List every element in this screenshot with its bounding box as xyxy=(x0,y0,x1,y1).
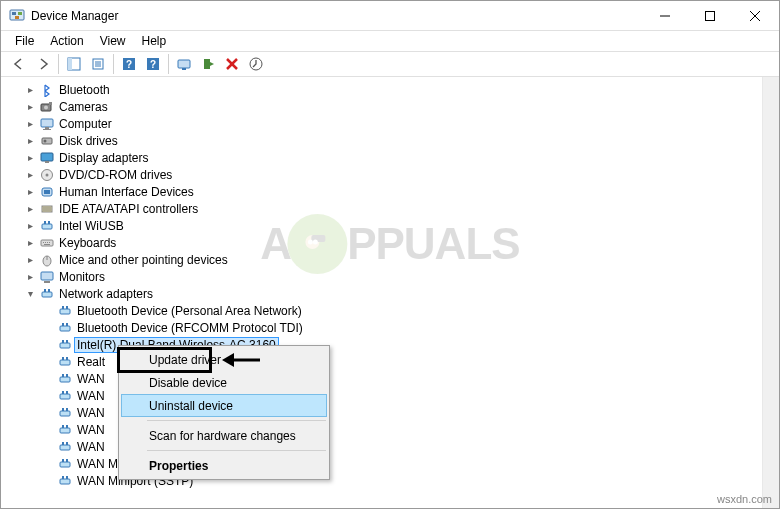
expander-icon[interactable] xyxy=(41,355,55,369)
expander-icon[interactable]: ▸ xyxy=(23,253,37,267)
maximize-button[interactable] xyxy=(687,1,732,30)
properties-button[interactable] xyxy=(87,53,109,75)
ctx-properties[interactable]: Properties xyxy=(121,454,327,477)
update-driver-button[interactable] xyxy=(245,53,267,75)
tree-category-hid[interactable]: ▸Human Interface Devices xyxy=(1,183,762,200)
tree-item-network-adapter[interactable]: Bluetooth Device (Personal Area Network) xyxy=(1,302,762,319)
tree-category-network-adapters[interactable]: ▾Network adapters xyxy=(1,285,762,302)
svg-text:?: ? xyxy=(150,59,156,70)
expander-icon[interactable] xyxy=(41,423,55,437)
net-icon xyxy=(57,388,73,404)
svg-rect-82 xyxy=(62,442,64,445)
forward-button[interactable] xyxy=(32,53,54,75)
expander-icon[interactable]: ▸ xyxy=(23,134,37,148)
enable-device-button[interactable] xyxy=(197,53,219,75)
back-button[interactable] xyxy=(8,53,30,75)
tree-category-display[interactable]: ▸Display adapters xyxy=(1,149,762,166)
tree-item-label: Keyboards xyxy=(57,236,118,250)
expander-icon[interactable] xyxy=(41,304,55,318)
svg-rect-29 xyxy=(43,129,51,130)
tree-category-net[interactable]: ▸Intel WiUSB xyxy=(1,217,762,234)
tree-category-ide[interactable]: ▸IDE ATA/ATAPI controllers xyxy=(1,200,762,217)
net-icon xyxy=(39,218,55,234)
device-tree[interactable]: ▸Bluetooth▸Cameras▸Computer▸Disk drives▸… xyxy=(1,77,762,508)
vertical-scrollbar[interactable] xyxy=(762,77,779,508)
tree-item-network-adapter[interactable]: WAN Miniport (SSTP) xyxy=(1,472,762,489)
menu-action[interactable]: Action xyxy=(42,32,91,50)
expander-icon[interactable] xyxy=(41,457,55,471)
svg-rect-43 xyxy=(48,221,50,224)
expander-icon[interactable]: ▸ xyxy=(23,185,37,199)
expander-icon[interactable]: ▸ xyxy=(23,100,37,114)
expander-icon[interactable]: ▸ xyxy=(23,151,37,165)
svg-rect-41 xyxy=(42,224,52,229)
expander-icon[interactable] xyxy=(41,389,55,403)
ctx-scan-hardware[interactable]: Scan for hardware changes xyxy=(121,424,327,447)
ctx-uninstall-device[interactable]: Uninstall device xyxy=(121,394,327,417)
menu-help[interactable]: Help xyxy=(134,32,175,50)
expander-icon[interactable] xyxy=(41,474,55,488)
tree-item-network-adapter[interactable]: WAN xyxy=(1,438,762,455)
svg-rect-85 xyxy=(62,459,64,462)
expander-icon[interactable] xyxy=(41,372,55,386)
menu-view[interactable]: View xyxy=(92,32,134,50)
show-hide-tree-button[interactable] xyxy=(63,53,85,75)
expander-icon[interactable]: ▾ xyxy=(23,287,37,301)
svg-point-31 xyxy=(44,139,47,142)
svg-rect-1 xyxy=(12,12,16,15)
svg-rect-38 xyxy=(42,206,52,212)
expander-icon[interactable] xyxy=(41,321,55,335)
tree-category-monitor[interactable]: ▸Monitors xyxy=(1,268,762,285)
monitor-icon xyxy=(39,269,55,285)
tree-item-network-adapter[interactable]: Intel(R) Dual Band Wireless-AC 3160 xyxy=(1,336,762,353)
uninstall-device-button[interactable] xyxy=(221,53,243,75)
svg-rect-54 xyxy=(42,292,52,297)
svg-rect-75 xyxy=(60,411,70,416)
svg-rect-81 xyxy=(60,445,70,450)
svg-rect-58 xyxy=(62,306,64,309)
expander-icon[interactable] xyxy=(41,338,55,352)
menu-file[interactable]: File xyxy=(7,32,42,50)
minimize-button[interactable] xyxy=(642,1,687,30)
tree-category-camera[interactable]: ▸Cameras xyxy=(1,98,762,115)
tree-category-computer[interactable]: ▸Computer xyxy=(1,115,762,132)
tree-item-network-adapter[interactable]: Bluetooth Device (RFCOMM Protocol TDI) xyxy=(1,319,762,336)
expander-icon[interactable]: ▸ xyxy=(23,236,37,250)
tree-item-network-adapter[interactable]: WAN xyxy=(1,421,762,438)
ctx-disable-device[interactable]: Disable device xyxy=(121,371,327,394)
expander-icon[interactable]: ▸ xyxy=(23,83,37,97)
ctx-update-driver[interactable]: Update driver xyxy=(121,348,327,371)
tree-item-network-adapter[interactable]: WAN Miniport (PPTP) xyxy=(1,455,762,472)
expander-icon[interactable]: ▸ xyxy=(23,117,37,131)
scan-hardware-button[interactable] xyxy=(173,53,195,75)
tree-item-label: Bluetooth Device (Personal Area Network) xyxy=(75,304,304,318)
help2-button[interactable]: ? xyxy=(142,53,164,75)
tree-item-network-adapter[interactable]: Realt xyxy=(1,353,762,370)
titlebar: Device Manager xyxy=(1,1,779,31)
expander-icon[interactable]: ▸ xyxy=(23,168,37,182)
footer-watermark: wsxdn.com xyxy=(717,493,772,505)
svg-rect-62 xyxy=(66,323,68,326)
close-button[interactable] xyxy=(732,1,777,30)
expander-icon[interactable]: ▸ xyxy=(23,270,37,284)
svg-rect-47 xyxy=(47,242,48,243)
expander-icon[interactable] xyxy=(41,440,55,454)
tree-item-network-adapter[interactable]: WAN xyxy=(1,404,762,421)
expander-icon[interactable]: ▸ xyxy=(23,202,37,216)
tree-category-disk[interactable]: ▸Disk drives xyxy=(1,132,762,149)
device-manager-window: Device Manager File Action View Help ? ?… xyxy=(0,0,780,509)
keyboard-icon xyxy=(39,235,55,251)
expander-icon[interactable] xyxy=(41,406,55,420)
tree-category-keyboard[interactable]: ▸Keyboards xyxy=(1,234,762,251)
expander-icon[interactable]: ▸ xyxy=(23,219,37,233)
display-icon xyxy=(39,150,55,166)
tree-category-bt[interactable]: ▸Bluetooth xyxy=(1,81,762,98)
tree-item-network-adapter[interactable]: WAN xyxy=(1,370,762,387)
tree-item-network-adapter[interactable]: WAN xyxy=(1,387,762,404)
net-icon xyxy=(57,337,73,353)
tree-category-cd[interactable]: ▸DVD/CD-ROM drives xyxy=(1,166,762,183)
svg-rect-89 xyxy=(66,476,68,479)
ctx-separator xyxy=(147,420,326,421)
tree-category-mouse[interactable]: ▸Mice and other pointing devices xyxy=(1,251,762,268)
help-button[interactable]: ? xyxy=(118,53,140,75)
